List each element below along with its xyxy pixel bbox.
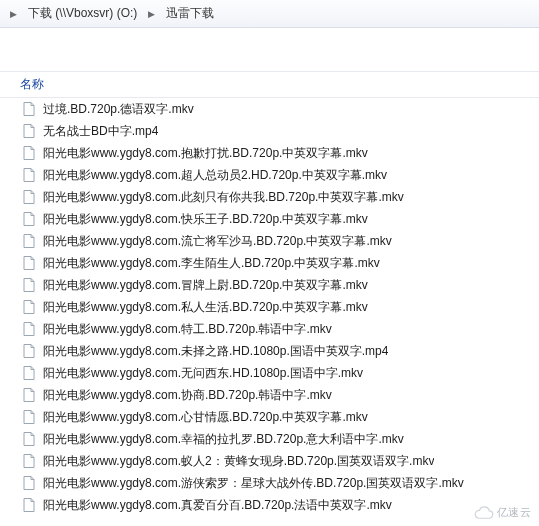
- file-name: 阳光电影www.ygdy8.com.心甘情愿.BD.720p.中英双字幕.mkv: [43, 409, 368, 426]
- file-row[interactable]: 无名战士BD中字.mp4: [0, 120, 539, 142]
- file-name: 阳光电影www.ygdy8.com.李生陌生人.BD.720p.中英双字幕.mk…: [43, 255, 380, 272]
- file-row[interactable]: 过境.BD.720p.德语双字.mkv: [0, 98, 539, 120]
- file-name: 阳光电影www.ygdy8.com.无问西东.HD.1080p.国语中字.mkv: [43, 365, 363, 382]
- file-row[interactable]: 阳光电影www.ygdy8.com.此刻只有你共我.BD.720p.中英双字幕.…: [0, 186, 539, 208]
- file-row[interactable]: 阳光电影www.ygdy8.com.快乐王子.BD.720p.中英双字幕.mkv: [0, 208, 539, 230]
- breadcrumb-item-folder[interactable]: 迅雷下载: [161, 2, 219, 25]
- file-icon: [21, 409, 37, 425]
- chevron-right-icon: ▶: [4, 9, 23, 19]
- file-icon: [21, 299, 37, 315]
- file-row[interactable]: 阳光电影www.ygdy8.com.特工.BD.720p.韩语中字.mkv: [0, 318, 539, 340]
- column-headers: 名称: [0, 72, 539, 98]
- file-name: 阳光电影www.ygdy8.com.快乐王子.BD.720p.中英双字幕.mkv: [43, 211, 368, 228]
- file-name: 阳光电影www.ygdy8.com.未择之路.HD.1080p.国语中英双字.m…: [43, 343, 388, 360]
- file-name: 阳光电影www.ygdy8.com.冒牌上尉.BD.720p.中英双字幕.mkv: [43, 277, 368, 294]
- file-name: 阳光电影www.ygdy8.com.游侠索罗：星球大战外传.BD.720p.国英…: [43, 475, 464, 492]
- file-icon: [21, 387, 37, 403]
- breadcrumb-item-drive[interactable]: 下载 (\\Vboxsvr) (O:): [23, 2, 142, 25]
- file-name: 阳光电影www.ygdy8.com.蚁人2：黄蜂女现身.BD.720p.国英双语…: [43, 453, 434, 470]
- file-icon: [21, 321, 37, 337]
- file-list[interactable]: 过境.BD.720p.德语双字.mkv 无名战士BD中字.mp4 阳光电影www…: [0, 98, 539, 526]
- file-icon: [21, 189, 37, 205]
- file-icon: [21, 453, 37, 469]
- file-row[interactable]: 阳光电影www.ygdy8.com.游侠索罗：星球大战外传.BD.720p.国英…: [0, 472, 539, 494]
- file-icon: [21, 475, 37, 491]
- file-row[interactable]: 阳光电影www.ygdy8.com.私人生活.BD.720p.中英双字幕.mkv: [0, 296, 539, 318]
- file-icon: [21, 277, 37, 293]
- file-row[interactable]: 阳光电影www.ygdy8.com.超人总动员2.HD.720p.中英双字幕.m…: [0, 164, 539, 186]
- file-name: 阳光电影www.ygdy8.com.幸福的拉扎罗.BD.720p.意大利语中字.…: [43, 431, 404, 448]
- breadcrumb: ▶ 下载 (\\Vboxsvr) (O:) ▶ 迅雷下载: [0, 0, 539, 28]
- file-row[interactable]: 阳光电影www.ygdy8.com.未择之路.HD.1080p.国语中英双字.m…: [0, 340, 539, 362]
- file-name: 过境.BD.720p.德语双字.mkv: [43, 101, 194, 118]
- file-name: 阳光电影www.ygdy8.com.私人生活.BD.720p.中英双字幕.mkv: [43, 299, 368, 316]
- file-row[interactable]: 阳光电影www.ygdy8.com.真爱百分百.BD.720p.法语中英双字.m…: [0, 494, 539, 516]
- file-name: 阳光电影www.ygdy8.com.此刻只有你共我.BD.720p.中英双字幕.…: [43, 189, 404, 206]
- file-name: 阳光电影www.ygdy8.com.真爱百分百.BD.720p.法语中英双字.m…: [43, 497, 392, 514]
- file-icon: [21, 233, 37, 249]
- file-name: 阳光电影www.ygdy8.com.抱歉打扰.BD.720p.中英双字幕.mkv: [43, 145, 368, 162]
- file-icon: [21, 167, 37, 183]
- file-name: 阳光电影www.ygdy8.com.流亡将军沙马.BD.720p.中英双字幕.m…: [43, 233, 392, 250]
- chevron-right-icon: ▶: [142, 9, 161, 19]
- file-row[interactable]: 阳光电影www.ygdy8.com.李生陌生人.BD.720p.中英双字幕.mk…: [0, 252, 539, 274]
- file-icon: [21, 497, 37, 513]
- file-name: 阳光电影www.ygdy8.com.协商.BD.720p.韩语中字.mkv: [43, 387, 332, 404]
- file-icon: [21, 255, 37, 271]
- column-header-name[interactable]: 名称: [0, 72, 539, 97]
- file-icon: [21, 431, 37, 447]
- file-icon: [21, 123, 37, 139]
- file-row[interactable]: 阳光电影www.ygdy8.com.流亡将军沙马.BD.720p.中英双字幕.m…: [0, 230, 539, 252]
- toolbar-spacer: [0, 28, 539, 72]
- file-name: 阳光电影www.ygdy8.com.超人总动员2.HD.720p.中英双字幕.m…: [43, 167, 387, 184]
- file-row[interactable]: 阳光电影www.ygdy8.com.蚁人2：黄蜂女现身.BD.720p.国英双语…: [0, 450, 539, 472]
- file-name: 阳光电影www.ygdy8.com.特工.BD.720p.韩语中字.mkv: [43, 321, 332, 338]
- file-icon: [21, 101, 37, 117]
- file-row[interactable]: 阳光电影www.ygdy8.com.无问西东.HD.1080p.国语中字.mkv: [0, 362, 539, 384]
- file-row[interactable]: 阳光电影www.ygdy8.com.心甘情愿.BD.720p.中英双字幕.mkv: [0, 406, 539, 428]
- file-icon: [21, 145, 37, 161]
- file-row[interactable]: 阳光电影www.ygdy8.com.协商.BD.720p.韩语中字.mkv: [0, 384, 539, 406]
- file-row[interactable]: 阳光电影www.ygdy8.com.抱歉打扰.BD.720p.中英双字幕.mkv: [0, 142, 539, 164]
- file-icon: [21, 343, 37, 359]
- file-row[interactable]: 阳光电影www.ygdy8.com.冒牌上尉.BD.720p.中英双字幕.mkv: [0, 274, 539, 296]
- file-row[interactable]: 阳光电影www.ygdy8.com.幸福的拉扎罗.BD.720p.意大利语中字.…: [0, 428, 539, 450]
- file-name: 无名战士BD中字.mp4: [43, 123, 158, 140]
- file-icon: [21, 211, 37, 227]
- file-icon: [21, 365, 37, 381]
